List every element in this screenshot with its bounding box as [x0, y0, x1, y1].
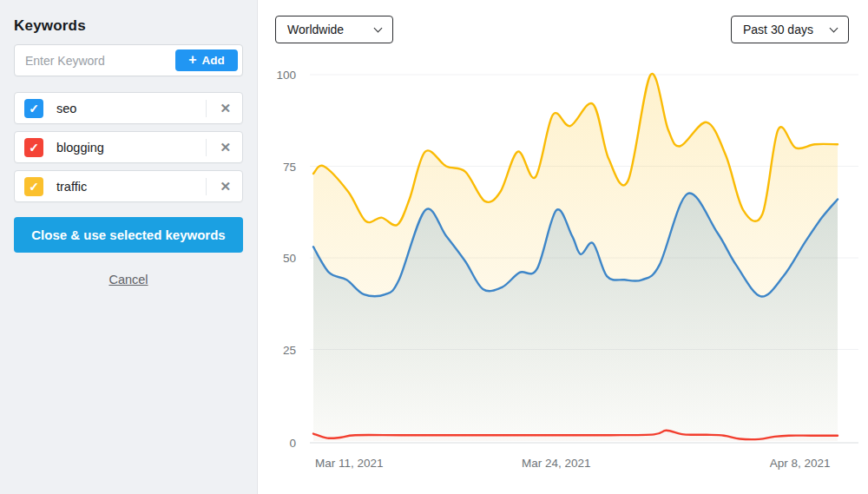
keyword-label: traffic [56, 180, 206, 194]
row-divider [206, 178, 207, 195]
trends-panel: 0255075100Mar 11, 2021Mar 24, 2021Apr 8,… [258, 0, 867, 494]
keyword-label: seo [56, 102, 206, 115]
remove-keyword-icon[interactable]: ✕ [218, 141, 233, 154]
sidebar-title: Keywords [14, 17, 243, 35]
svg-text:Mar 11, 2021: Mar 11, 2021 [315, 457, 384, 470]
add-keyword-button[interactable]: + Add [175, 49, 238, 71]
svg-text:Mar 24, 2021: Mar 24, 2021 [522, 457, 591, 470]
keywords-sidebar: Keywords + Add ✓ seo ✕ ✓ blogging ✕ ✓ tr… [0, 0, 258, 494]
close-use-keywords-button[interactable]: Close & use selected keywords [14, 217, 243, 253]
keyword-label: blogging [56, 141, 206, 155]
keyword-row-seo: ✓ seo ✕ [14, 92, 243, 124]
keyword-row-blogging: ✓ blogging ✕ [14, 131, 243, 163]
region-dropdown-value: Worldwide [287, 23, 344, 36]
add-button-label: Add [202, 54, 225, 67]
keyword-tool-window: Keywords + Add ✓ seo ✕ ✓ blogging ✕ ✓ tr… [0, 0, 868, 494]
keyword-row-traffic: ✓ traffic ✕ [14, 170, 243, 202]
checkbox-traffic[interactable]: ✓ [24, 177, 43, 196]
svg-text:100: 100 [276, 69, 296, 82]
svg-text:0: 0 [289, 437, 296, 450]
svg-text:25: 25 [283, 344, 296, 357]
checkbox-blogging[interactable]: ✓ [24, 138, 43, 157]
keyword-input-group: + Add [14, 44, 243, 76]
chevron-down-icon [830, 23, 838, 32]
row-divider [206, 139, 207, 156]
period-dropdown[interactable]: Past 30 days [731, 16, 849, 43]
svg-text:Apr 8, 2021: Apr 8, 2021 [770, 457, 831, 470]
svg-text:75: 75 [283, 161, 296, 174]
checkbox-seo[interactable]: ✓ [24, 99, 43, 118]
svg-text:50: 50 [283, 252, 296, 265]
trends-area-chart: 0255075100Mar 11, 2021Mar 24, 2021Apr 8,… [258, 0, 867, 494]
period-dropdown-value: Past 30 days [743, 23, 813, 36]
chevron-down-icon [374, 23, 383, 32]
cancel-link[interactable]: Cancel [14, 273, 243, 287]
row-divider [206, 100, 207, 117]
remove-keyword-icon[interactable]: ✕ [218, 180, 233, 193]
plus-icon: + [188, 53, 196, 67]
remove-keyword-icon[interactable]: ✕ [218, 102, 233, 115]
region-dropdown[interactable]: Worldwide [275, 16, 393, 43]
